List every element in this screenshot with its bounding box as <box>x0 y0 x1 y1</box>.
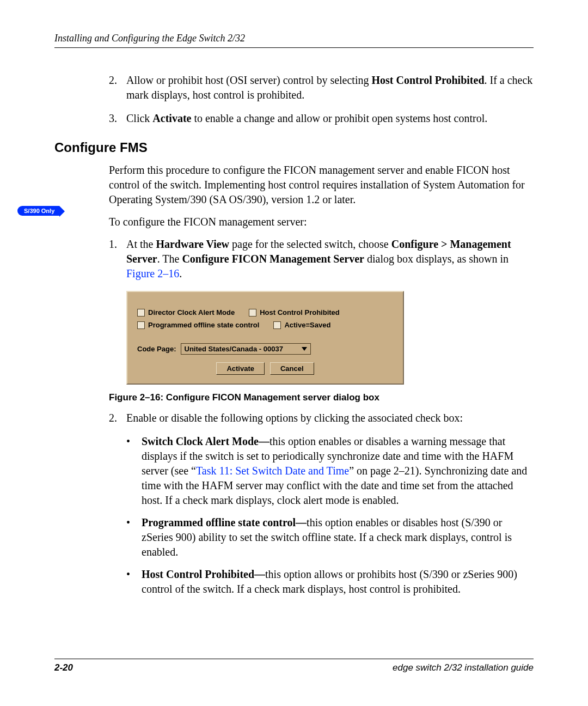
text: to enable a change and allow or prohibit… <box>191 112 487 124</box>
page-footer: 2-20 edge switch 2/32 installation guide <box>54 659 534 673</box>
footer-title: edge switch 2/32 installation guide <box>393 662 534 673</box>
checkbox-icon <box>273 321 281 329</box>
step-number: 3. <box>109 111 126 126</box>
checkbox-icon <box>137 309 145 317</box>
text: Allow or prohibit host (OSI server) cont… <box>126 74 371 86</box>
bullet-programmed-offline-state-control: • Programmed offline state control—this … <box>126 515 534 559</box>
activate-button[interactable]: Activate <box>216 362 265 375</box>
bullet-lead: Programmed offline state control— <box>142 516 307 528</box>
figure-link[interactable]: Figure 2–16 <box>126 267 179 279</box>
text: Click <box>126 112 152 124</box>
checkbox-host-control-prohibited[interactable]: Host Control Prohibited <box>249 308 340 317</box>
bullet-switch-clock-alert-mode: • Switch Clock Alert Mode—this option en… <box>126 434 534 508</box>
bold-text: Configure FICON Management Server <box>182 253 364 265</box>
code-page-select[interactable]: United States/Canada - 00037 <box>181 343 311 355</box>
margin-badge: S/390 Only <box>17 205 59 216</box>
text: page for the selected switch, choose <box>229 238 391 250</box>
section-heading-configure-fms: Configure FMS <box>54 140 534 155</box>
bullet-icon: • <box>126 567 142 597</box>
bullet-text: Switch Clock Alert Mode—this option enab… <box>142 434 534 508</box>
bullet-host-control-prohibited: • Host Control Prohibited—this option al… <box>126 567 534 597</box>
checkbox-label: Host Control Prohibited <box>260 308 340 317</box>
bold-text: Hardware View <box>156 238 229 250</box>
page-number: 2-20 <box>54 662 73 673</box>
checkbox-active-saved[interactable]: Active=Saved <box>273 321 330 329</box>
running-header: Installing and Configuring the Edge Swit… <box>54 33 534 48</box>
bullet-text: Host Control Prohibited—this option allo… <box>142 567 534 597</box>
checkbox-label: Programmed offline state control <box>148 321 259 329</box>
step-number: 2. <box>109 73 126 102</box>
text: dialog box displays, as shown in <box>364 253 509 265</box>
text: . The <box>157 253 182 265</box>
step-number: 2. <box>109 411 126 425</box>
step-text: Click Activate to enable a change and al… <box>126 111 534 126</box>
cancel-button[interactable]: Cancel <box>270 362 314 375</box>
checkbox-label: Active=Saved <box>284 321 330 329</box>
checkbox-label: Director Clock Alert Mode <box>148 308 235 317</box>
text: At the <box>126 238 156 250</box>
step-2b: 2. Enable or disable the following optio… <box>109 411 534 425</box>
bullet-text: Programmed offline state control—this op… <box>142 515 534 559</box>
checkbox-icon <box>137 321 145 329</box>
step-text: Allow or prohibit host (OSI server) cont… <box>126 73 534 102</box>
code-page-label: Code Page: <box>137 345 176 353</box>
step-1: 1. At the Hardware View page for the sel… <box>109 237 534 281</box>
figure-caption: Figure 2–16: Configure FICON Management … <box>109 392 534 403</box>
figure-dialog: Director Clock Alert Mode Host Control P… <box>126 291 534 385</box>
margin-badge-text: S/390 Only <box>17 206 59 216</box>
step-3: 3. Click Activate to enable a change and… <box>109 111 534 126</box>
bullet-icon: • <box>126 434 142 508</box>
bullet-icon: • <box>126 515 142 559</box>
task-link[interactable]: Task 11: Set Switch Date and Time <box>196 465 349 477</box>
paragraph: To configure the FICON management server… <box>109 215 534 229</box>
bold-text: Activate <box>152 112 191 124</box>
bullet-lead: Host Control Prohibited— <box>142 568 265 580</box>
checkbox-icon <box>249 309 256 317</box>
step-text: At the Hardware View page for the select… <box>126 237 534 281</box>
code-page-value: United States/Canada - 00037 <box>185 345 283 353</box>
chevron-down-icon <box>302 347 307 351</box>
bullet-lead: Switch Clock Alert Mode— <box>142 435 270 447</box>
step-text: Enable or disable the following options … <box>126 411 534 425</box>
checkbox-programmed-offline-state-control[interactable]: Programmed offline state control <box>137 321 259 329</box>
ficon-dialog: Director Clock Alert Mode Host Control P… <box>126 291 404 385</box>
text: . <box>179 267 182 279</box>
checkbox-director-clock-alert-mode[interactable]: Director Clock Alert Mode <box>137 308 235 317</box>
bold-text: Host Control Prohibited <box>371 74 484 86</box>
paragraph: Perform this procedure to configure the … <box>109 163 534 207</box>
step-2: 2. Allow or prohibit host (OSI server) c… <box>109 73 534 102</box>
step-number: 1. <box>109 237 126 281</box>
